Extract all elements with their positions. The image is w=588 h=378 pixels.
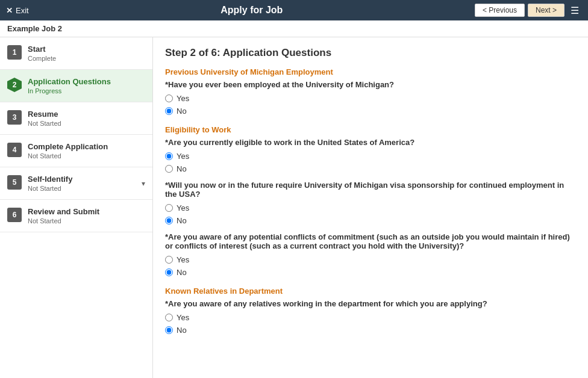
question-relatives: *Are you aware of any relatives working … [165,299,576,308]
step-status-2: In Progress [28,87,111,94]
radio-group-relatives: Yes No [165,313,576,335]
section-title-relatives: Known Relatives in Department [165,287,576,296]
step-num-5: 5 [7,175,22,190]
question-text-eligibility-q3: *Are you aware of any potential conflict… [165,232,570,250]
radio-option-elig-q1-yes[interactable]: Yes [165,152,576,161]
radio-elig-q1-no[interactable] [165,165,173,173]
radio-group-eligibility-q3: Yes No [165,255,576,277]
sidebar-item-resume[interactable]: 3 Resume Not Started [0,102,152,135]
radio-elig-q2-yes[interactable] [165,204,173,212]
step-info-1: Start Complete [28,45,56,62]
step-status-4: Not Started [28,152,108,160]
sidebar: 1 Start Complete 2 Application Questions… [0,37,153,378]
sidebar-item-complete-application[interactable]: 4 Complete Application Not Started [0,135,152,167]
question-text-eligibility-q2: *Will you now or in the future require U… [165,181,564,199]
sidebar-item-application-questions[interactable]: 2 Application Questions In Progress [0,70,152,102]
radio-label-prev-employment-no: No [177,107,187,116]
exit-button[interactable]: ✕ Exit [6,6,29,15]
radio-label-elig-q3-yes: Yes [177,255,189,264]
step-name-4: Complete Application [28,142,108,151]
step-name-5: Self-Identify [28,175,72,184]
step-info-6: Review and Submit Not Started [28,207,99,225]
radio-option-prev-employment-yes[interactable]: Yes [165,94,576,103]
next-button[interactable]: Next > [528,4,565,17]
radio-label-prev-employment-yes: Yes [177,94,189,103]
radio-prev-employment-yes[interactable] [165,94,173,102]
step-info-3: Resume Not Started [28,110,61,127]
step-info-5: Self-Identify Not Started [28,175,72,192]
radio-relatives-yes[interactable] [165,314,173,321]
question-eligibility-q2: *Will you now or in the future require U… [165,181,576,199]
radio-label-elig-q1-yes: Yes [177,152,189,161]
eligibility-q2: *Will you now or in the future require U… [165,181,576,225]
sidebar-item-review-submit[interactable]: 6 Review and Submit Not Started [0,200,152,232]
radio-elig-q1-yes[interactable] [165,152,173,160]
job-title: Example Job 2 [7,24,62,33]
radio-option-elig-q3-yes[interactable]: Yes [165,255,576,264]
exit-label: Exit [16,6,29,15]
radio-group-prev-employment: Yes No [165,94,576,116]
radio-prev-employment-no[interactable] [165,107,173,115]
step-status-6: Not Started [28,217,99,225]
radio-group-eligibility-q1: Yes No [165,152,576,173]
question-text-relatives: *Are you aware of any relatives working … [165,299,487,308]
question-eligibility-q3: *Are you aware of any potential conflict… [165,232,576,250]
radio-label-relatives-no: No [177,326,187,335]
radio-label-elig-q3-no: No [177,268,187,277]
radio-elig-q3-no[interactable] [165,268,173,276]
radio-label-elig-q1-no: No [177,164,187,173]
step-name-3: Resume [28,110,61,119]
step-status-5: Not Started [28,185,72,192]
step-name-2: Application Questions [28,77,111,86]
radio-group-eligibility-q2: Yes No [165,203,576,225]
step-num-6: 6 [7,208,22,222]
step-name-1: Start [28,45,56,54]
radio-option-elig-q3-no[interactable]: No [165,268,576,277]
question-eligibility-q1: *Are you currently eligible to work in t… [165,138,576,147]
question-text-eligibility-q1: *Are you currently eligible to work in t… [165,138,414,147]
sidebar-item-self-identify[interactable]: 5 Self-Identify Not Started ▾ [0,167,152,200]
step-status-1: Complete [28,55,56,62]
step-num-3: 3 [7,110,22,125]
radio-elig-q3-yes[interactable] [165,256,173,264]
step-heading: Step 2 of 6: Application Questions [165,47,576,59]
section-relatives: Known Relatives in Department *Are you a… [165,287,576,335]
step-name-6: Review and Submit [28,207,99,216]
header: ✕ Exit Apply for Job < Previous Next > ☰ [0,0,588,20]
radio-option-relatives-no[interactable]: No [165,326,576,335]
eligibility-q1: *Are you currently eligible to work in t… [165,138,576,173]
question-text-prev-employment: *Have you ever been employed at the Univ… [165,80,394,89]
x-icon: ✕ [6,6,13,15]
page-title: Apply for Job [29,5,475,16]
radio-option-relatives-yes[interactable]: Yes [165,313,576,322]
radio-label-elig-q2-yes: Yes [177,203,189,212]
radio-relatives-no[interactable] [165,326,173,334]
menu-button[interactable]: ☰ [568,5,582,16]
eligibility-q3: *Are you aware of any potential conflict… [165,232,576,277]
step-num-4: 4 [7,143,22,157]
content-area: Step 2 of 6: Application Questions Previ… [153,37,588,378]
chevron-down-icon: ▾ [142,179,145,188]
step-info-4: Complete Application Not Started [28,142,108,160]
section-title-prev-employment: Previous University of Michigan Employme… [165,67,576,76]
step-status-3: Not Started [28,120,61,127]
radio-option-elig-q2-no[interactable]: No [165,216,576,225]
radio-elig-q2-no[interactable] [165,217,173,225]
job-title-bar: Example Job 2 [0,20,588,37]
header-nav: < Previous Next > ☰ [475,4,582,17]
radio-option-elig-q2-yes[interactable]: Yes [165,203,576,212]
step-info-2: Application Questions In Progress [28,77,111,94]
radio-option-prev-employment-no[interactable]: No [165,107,576,116]
question-prev-employment: *Have you ever been employed at the Univ… [165,80,576,89]
step-num-1: 1 [7,45,22,60]
sidebar-item-start[interactable]: 1 Start Complete [0,37,152,70]
main-layout: 1 Start Complete 2 Application Questions… [0,37,588,378]
radio-option-elig-q1-no[interactable]: No [165,164,576,173]
section-prev-employment: Previous University of Michigan Employme… [165,67,576,116]
section-eligibility: Eligibility to Work *Are you currently e… [165,125,576,277]
previous-button[interactable]: < Previous [475,4,525,17]
step-num-2: 2 [7,78,22,92]
radio-label-relatives-yes: Yes [177,313,189,322]
section-title-eligibility: Eligibility to Work [165,125,576,134]
radio-label-elig-q2-no: No [177,216,187,225]
